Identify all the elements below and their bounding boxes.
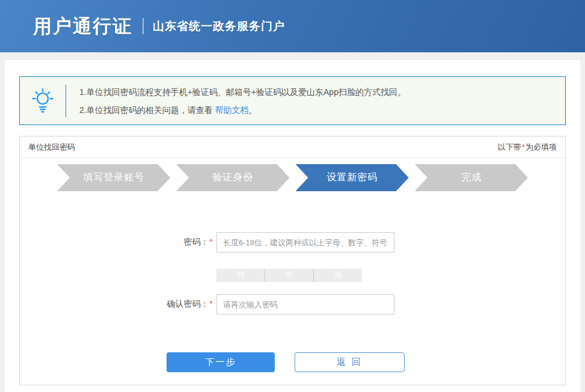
help-doc-link[interactable]: 帮助文档	[215, 105, 249, 115]
strength-strong: 强	[313, 269, 362, 282]
confirm-required-star: *	[209, 299, 213, 308]
required-note: 以下带*为必填项	[498, 142, 557, 153]
back-button[interactable]: 返 回	[295, 352, 405, 372]
confirm-password-input[interactable]	[216, 294, 394, 314]
password-recovery-panel: 单位找回密码 以下带*为必填项 填写登录账号 验证身份 设置新密码 完成 密码：…	[19, 136, 566, 385]
password-required-star: *	[209, 237, 213, 247]
required-star: *	[521, 142, 525, 152]
confirm-password-label: 确认密码：*	[20, 299, 213, 310]
tip-text: 1.单位找回密码流程支持手机+验证码、邮箱号+验证码以及爱山东App扫脸的方式找…	[66, 83, 406, 119]
strength-weak: 弱	[216, 269, 265, 282]
action-buttons: 下一步 返 回	[167, 352, 565, 372]
panel-header: 单位找回密码 以下带*为必填项	[20, 136, 565, 158]
tip-box: 1.单位找回密码流程支持手机+验证码、邮箱号+验证码以及爱山东App扫脸的方式找…	[19, 76, 566, 125]
lightbulb-icon	[20, 87, 66, 115]
next-step-button[interactable]: 下一步	[167, 352, 275, 372]
step-set-new-password: 设置新密码	[296, 164, 409, 191]
confirm-password-row: 确认密码：*	[20, 294, 565, 314]
step-verify-identity: 验证身份	[176, 164, 289, 191]
content-card: 1.单位找回密码流程支持手机+验证码、邮箱号+验证码以及爱山东App扫脸的方式找…	[5, 60, 580, 392]
step-complete: 完成	[415, 164, 528, 191]
app-header: 用户通行证 山东省统一政务服务门户	[0, 0, 585, 52]
password-row: 密码：*	[20, 232, 565, 253]
tip-line-1: 1.单位找回密码流程支持手机+验证码、邮箱号+验证码以及爱山东App扫脸的方式找…	[79, 83, 406, 101]
password-input[interactable]	[216, 232, 394, 253]
password-strength-meter: 弱 中 强	[216, 269, 362, 282]
step-wizard: 填写登录账号 验证身份 设置新密码 完成	[57, 164, 528, 191]
panel-title: 单位找回密码	[28, 142, 75, 153]
step-fill-account: 填写登录账号	[57, 164, 170, 191]
header-divider	[142, 18, 144, 34]
tip-line-2: 2.单位找回密码的相关问题，请查看 帮助文档。	[79, 101, 406, 119]
password-label: 密码：*	[20, 237, 213, 248]
page-title: 用户通行证	[33, 14, 132, 39]
strength-medium: 中	[265, 269, 313, 282]
portal-subtitle: 山东省统一政务服务门户	[153, 19, 285, 34]
